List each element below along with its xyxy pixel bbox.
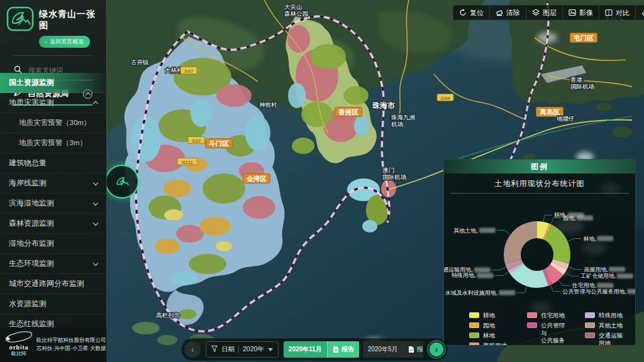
tool-label: 影像 xyxy=(579,8,593,18)
legend-swatch xyxy=(585,312,595,318)
back-home-button[interactable]: ‹ 返回首页概览 xyxy=(39,36,90,48)
callout-line xyxy=(497,231,510,234)
callout-line xyxy=(566,273,579,276)
date-filter-label: 日期 xyxy=(221,345,235,354)
legend-item: 公共管理与公共服务用地 xyxy=(527,322,569,346)
map-label-text: S47 xyxy=(184,69,194,74)
masked-value xyxy=(597,236,613,241)
sidebar-item[interactable]: 滨海湿地监测 xyxy=(0,194,106,214)
document-icon xyxy=(408,346,414,353)
callout-label: 公共管理与公共服务用地, xyxy=(562,288,626,295)
sidebar-item[interactable]: 地质灾害监测 xyxy=(0,93,106,113)
landuse-donut-chart: 耕地,园地,林地,商服用地,工矿仓储用地,住宅用地,公共管理与公共服务用地,水域… xyxy=(444,194,636,310)
chevron-down-icon xyxy=(93,180,98,185)
imagery-icon xyxy=(569,9,576,16)
sidebar-item[interactable]: 森林资源监测 xyxy=(0,214,106,234)
timeline-bar: ‹ 日期 2020年 2020年11月报告2020年5月报告2019年12月报告… xyxy=(181,338,448,361)
date-chip[interactable]: 2020年5月报告 xyxy=(363,341,423,358)
legend-swatch xyxy=(469,312,479,318)
legend-label: 耕地 xyxy=(483,312,495,319)
legend-item: 其他土地 xyxy=(585,322,626,329)
masked-value xyxy=(609,267,625,272)
legend-item: 特殊用地 xyxy=(585,312,626,319)
tool-reset-button[interactable]: 复位 xyxy=(453,6,489,19)
masked-value xyxy=(477,273,493,278)
chip-date: 2020年5月 xyxy=(363,345,403,354)
sidebar-item[interactable]: 水资源监测 xyxy=(0,294,106,314)
callout-label: 林地, xyxy=(583,236,597,242)
sidebar: 绿水青山一张图 ‹ 返回首页概览 自然资源局 xyxy=(0,0,107,362)
chevron-down-icon xyxy=(268,348,273,351)
legend-swatch xyxy=(469,332,479,338)
sidebar-item[interactable]: 国土资源监测 xyxy=(0,73,106,93)
chevron-left-icon: ‹ xyxy=(45,39,47,45)
map-label-text: S32 xyxy=(192,138,201,144)
legend-item: 住宅用地 xyxy=(527,312,569,319)
donut-slice[interactable] xyxy=(504,221,537,264)
masked-value xyxy=(499,290,515,295)
tool-measure-button[interactable]: 测量 xyxy=(635,6,644,19)
sidebar-item[interactable]: 湿地分布监测 xyxy=(0,234,106,254)
callout-line xyxy=(569,267,582,270)
map-label-text: 斗门区 xyxy=(208,140,229,147)
callout-label: 商服用地, xyxy=(584,266,609,273)
legend-swatch xyxy=(469,343,479,346)
callout-line xyxy=(495,272,508,275)
sidebar-item-label: 建筑物总量 xyxy=(9,158,97,168)
sidebar-item-label: 海岸线监测 xyxy=(9,178,94,189)
tool-imagery-button[interactable]: 影像 xyxy=(562,6,599,19)
callout-line xyxy=(569,239,582,241)
date-chip-list: 2020年11月报告2020年5月报告2019年12月报告2019年 xyxy=(284,341,423,358)
sidebar-item[interactable]: 地质灾害预警（3m） xyxy=(0,133,106,153)
masked-value xyxy=(474,267,491,272)
city-label: 珠海市 xyxy=(372,101,395,110)
legend-label: 特殊用地 xyxy=(599,312,623,319)
date-filter[interactable]: 日期 2020年 xyxy=(206,341,279,358)
sidebar-item[interactable]: 地质灾害预警（30m） xyxy=(0,113,106,133)
map-label-text: 香洲区 xyxy=(338,108,358,116)
divider xyxy=(238,346,239,353)
place-label: 地塘仔 xyxy=(556,115,575,122)
date-chip[interactable]: 2020年11月报告 xyxy=(284,341,359,358)
masked-value xyxy=(627,289,636,294)
callout-label: 特殊用地, xyxy=(452,272,476,278)
chevron-down-icon xyxy=(93,200,98,205)
app-logo-icon xyxy=(6,6,34,31)
legend-item: 耕地 xyxy=(469,312,511,319)
layers-icon xyxy=(532,9,540,16)
sidebar-item-label: 地质灾害预警（30m） xyxy=(19,118,97,128)
funnel-icon xyxy=(211,346,218,353)
sidebar-item-label: 森林资源监测 xyxy=(9,218,94,229)
report-button[interactable]: 报告 xyxy=(403,341,424,358)
sidebar-item-label: 生态环境监测 xyxy=(9,258,94,269)
tool-compare-button[interactable]: 对比 xyxy=(599,6,635,19)
timeline-next-button[interactable]: › xyxy=(428,341,445,358)
sidebar-item-label: 地质灾害监测 xyxy=(9,97,94,108)
legend-label: 商服用地 xyxy=(483,342,507,346)
masked-value xyxy=(617,273,633,278)
tool-layers-button[interactable]: 图层 xyxy=(526,6,562,19)
map-logo-button[interactable] xyxy=(105,165,139,199)
map-label-text: 屯门区 xyxy=(573,34,594,41)
sidebar-item[interactable]: 海岸线监测 xyxy=(0,173,106,194)
place-label: 高栏列岛 xyxy=(156,312,180,319)
divider xyxy=(13,55,94,56)
legend-label: 公共管理与公共服务用地 xyxy=(541,322,569,346)
tool-clear-button[interactable]: 清除 xyxy=(489,6,526,19)
callout-label: 水域及水利设施用地, xyxy=(445,290,498,296)
measure-icon xyxy=(641,9,644,16)
callout-label: 园地, xyxy=(563,215,576,221)
sidebar-item[interactable]: 城市交通路网分布监测 xyxy=(0,274,106,294)
chevron-down-icon xyxy=(93,220,98,225)
timeline-prev-button[interactable]: ‹ xyxy=(184,341,201,358)
report-label: 报告 xyxy=(341,345,354,354)
clear-icon xyxy=(496,9,503,16)
sidebar-item[interactable]: 建筑物总量 xyxy=(0,153,106,173)
legend-header: 图例 xyxy=(444,160,635,173)
sidebar-footer: orbita 欧比特 欧比特宇航科技股份有限公司 芯科技·兴中国·小卫星·大数据 xyxy=(0,327,107,362)
sidebar-item[interactable]: 生态环境监测 xyxy=(0,254,106,274)
report-button[interactable]: 报告 xyxy=(327,341,359,358)
legend-panel: 图例 土地利用现状分布统计图 耕地,园地,林地,商服用地,工矿仓储用地,住宅用地… xyxy=(443,159,636,346)
legend-label: 园地 xyxy=(483,322,495,329)
legend-item: 林地 xyxy=(469,332,511,339)
